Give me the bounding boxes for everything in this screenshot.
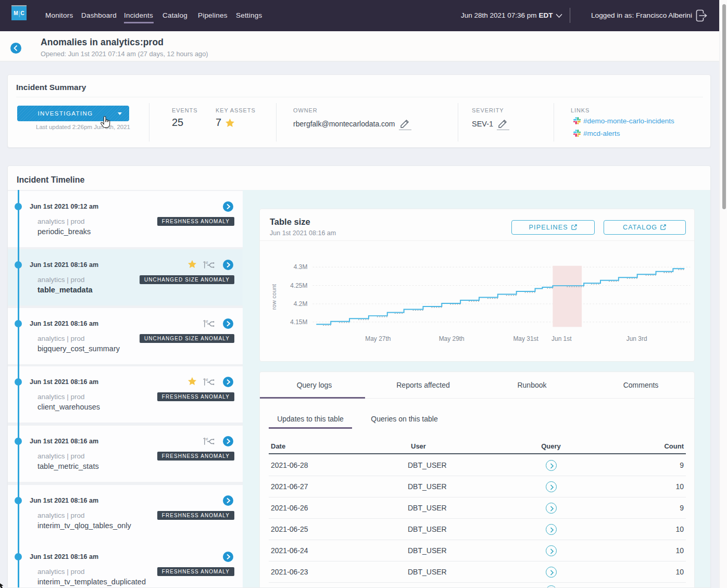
- svg-text:4.2M: 4.2M: [294, 300, 308, 308]
- svg-text:May 31st: May 31st: [513, 335, 538, 342]
- svg-text:Jun 1st: Jun 1st: [551, 335, 572, 342]
- svg-text:st: st: [205, 378, 208, 381]
- svg-text:row count: row count: [271, 284, 277, 310]
- svg-text:st: st: [205, 319, 208, 323]
- svg-text:st: st: [205, 261, 208, 264]
- svg-text:Jun 3rd: Jun 3rd: [626, 335, 647, 342]
- svg-text:4.3M: 4.3M: [294, 263, 308, 271]
- svg-text:4.25M: 4.25M: [290, 282, 307, 289]
- svg-text:May 29th: May 29th: [439, 335, 465, 342]
- svg-text:May 27th: May 27th: [365, 335, 391, 342]
- svg-text:st: st: [205, 437, 208, 441]
- svg-text:4.15M: 4.15M: [290, 318, 307, 326]
